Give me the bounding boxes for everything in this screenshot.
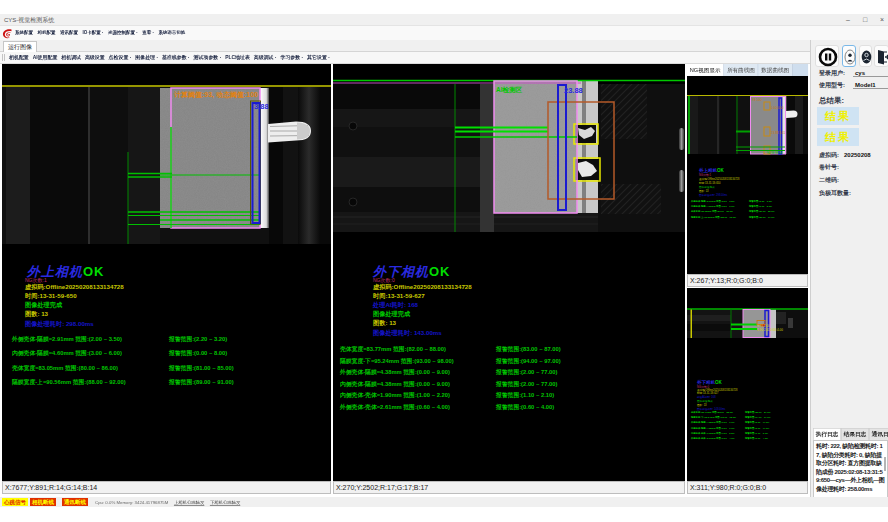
close-button[interactable]: × bbox=[875, 15, 888, 25]
user-badge-icon bbox=[861, 47, 872, 67]
model-label: 使用型号: bbox=[819, 81, 845, 89]
center-camera-image: AI检测区 23.88 外下相机OK NG次数:0 虚拟码:Offline202… bbox=[333, 64, 685, 481]
left-info-4: 图像处理耗时: 298.00ms bbox=[25, 320, 94, 328]
mini-top-image: 93:100 0.00 0.00 23.88 3.61 90.56 88.00 … bbox=[687, 76, 808, 274]
menu-item-1[interactable]: 相机配置 bbox=[38, 30, 56, 36]
toolbar-item-1[interactable]: AI使用配置 bbox=[33, 55, 58, 61]
pause-button[interactable] bbox=[815, 45, 839, 67]
view-tab-row: 运行图像 bbox=[0, 40, 888, 52]
result-box-1: 结果 bbox=[817, 107, 859, 125]
virtual-code-value: 20250208 bbox=[844, 151, 871, 159]
center-info-0: 虚拟码:Offline20250208133134728 bbox=[372, 283, 472, 291]
menu-item-6[interactable]: 系统语言切换 bbox=[159, 30, 186, 36]
menu-item-5[interactable]: 查看 · bbox=[142, 30, 154, 36]
mini-bottom-rows-left-1: 隔膜宽度-下=95.24mm 范围:(93.00 ~ 98.00) bbox=[691, 415, 736, 419]
toolbar-item-11[interactable]: 其它设置 · bbox=[307, 55, 330, 61]
login-user-field[interactable] bbox=[853, 69, 888, 77]
minimize-button[interactable]: – bbox=[841, 15, 855, 25]
left-rows-right-3: 报警范围:(89.00 ~ 91.00) bbox=[168, 378, 234, 386]
mini-top-info-1: 时间:13-31-59-650 bbox=[699, 181, 721, 185]
menu-item-0[interactable]: 系统配置 bbox=[15, 30, 33, 36]
log-panel[interactable]: 耗时: 222, 缺陷检测耗时: 17, 缺陷分类耗时: 0, 缺陷提取分区耗时… bbox=[813, 440, 888, 503]
center-measure-overlay-text: 23.88 bbox=[564, 86, 583, 95]
maximize-button[interactable]: □ bbox=[858, 15, 872, 25]
mini-view-tab-1[interactable]: 所有曲线图 bbox=[724, 64, 758, 76]
center-rows-right-2: 报警范围:(2.00 ~ 77.00) bbox=[495, 368, 557, 376]
title-bar: CYS-视觉检测系统 – □ × bbox=[0, 14, 888, 26]
mini-view-tab-2[interactable]: 数据曲线图 bbox=[758, 64, 792, 76]
menu-item-3[interactable]: IO卡配置 · bbox=[83, 30, 104, 36]
mini-top-ng: NG次数:1 bbox=[699, 173, 712, 177]
center-info-1: 时间:13-31-59-627 bbox=[373, 292, 425, 300]
left-rows-left-2: 壳体宽度=83.05mm 范围:(80.00 ~ 86.00) bbox=[12, 364, 118, 372]
left-camera-image: 计算阈值:93, 动态阈值:100 3.88 外上相机OK NG次数:1 虚拟码… bbox=[2, 64, 331, 481]
mini-top-rows-right-0: 报警范围:(2.20 ~ 3.20) bbox=[748, 199, 772, 203]
left-camera-panel[interactable]: 计算阈值:93, 动态阈值:100 3.88 外上相机OK NG次数:1 虚拟码… bbox=[2, 64, 331, 481]
log-tab-1[interactable]: 结果日志 bbox=[841, 428, 869, 440]
login-user-label: 登录用户: bbox=[819, 69, 845, 77]
mini-bottom-info-1: 时间:13-31-59-627 bbox=[697, 391, 719, 395]
pause-icon bbox=[817, 47, 839, 67]
mini-bottom-rows-left-0: 壳体宽度=83.77mm 范围:(82.00 ~ 88.00) bbox=[691, 410, 733, 414]
center-rows-left-5: 外侧壳体-壳体=2.61mm 范围:(0.60 ~ 4.00) bbox=[339, 403, 450, 411]
log-tab-0[interactable]: 执行日志 bbox=[813, 428, 841, 440]
tab-count-label: 负极耳数量: bbox=[819, 189, 851, 197]
mini-bottom-rows-right-4: 报警范围:(1.10 ~ 2.10) bbox=[744, 431, 768, 435]
toolbar-item-4[interactable]: 点检设置 · bbox=[109, 55, 132, 61]
mini-bottom-rows-right-1: 报警范围:(94.00 ~ 97.00) bbox=[744, 415, 771, 419]
threshold-overlay-text: 计算阈值:93, 动态阈值:100 bbox=[173, 91, 258, 99]
login-user-button[interactable] bbox=[842, 45, 856, 67]
left-info-2: 图像处理完成 bbox=[25, 301, 63, 309]
mini-bottom-rows-right-3: 报警范围:(2.00 ~ 77.00) bbox=[744, 426, 770, 430]
mini-top-rows-left-0: 外侧壳体-隔膜=2.91mm 范围:(2.00 ~ 3.50) bbox=[690, 199, 735, 203]
result-box-2: 结果 bbox=[817, 128, 859, 146]
left-rows-left-1: 内侧壳体-隔膜=4.60mm 范围:(3.00 ~ 6.00) bbox=[12, 349, 122, 357]
toolbar-item-7[interactable]: 测试项参数 · bbox=[194, 55, 222, 61]
up-camera-heartbeat-link[interactable]: 上相机心跳触发 bbox=[174, 500, 204, 504]
menu-item-4[interactable]: 光源控制配置 · bbox=[108, 30, 138, 36]
mini-bottom-rows-left-3: 内侧壳体-隔膜=4.38mm 范围:(0.00 ~ 9.00) bbox=[691, 426, 735, 430]
toolbar-item-5[interactable]: 图像处理 · bbox=[135, 55, 158, 61]
mini-bottom-measure-rows: 壳体宽度=83.77mm 范围:(82.00 ~ 88.00)报警范围:(83.… bbox=[690, 410, 771, 440]
mini-top-measure-rows: 外侧壳体-隔膜=2.91mm 范围:(2.00 ~ 3.50)报警范围:(2.2… bbox=[690, 199, 775, 219]
center-rows-right-1: 报警范围:(94.00 ~ 97.00) bbox=[495, 357, 561, 365]
down-camera-heartbeat-link[interactable]: 下相机心跳触发 bbox=[210, 500, 240, 504]
mini-top-rows-left-2: 壳体宽度=83.05mm 范围:(80.00 ~ 86.00) bbox=[691, 209, 733, 213]
exit-door-icon bbox=[876, 47, 888, 67]
log-scrollbar[interactable] bbox=[884, 457, 886, 471]
toolbar-item-6[interactable]: 基准线参数 · bbox=[162, 55, 190, 61]
toolbar-item-0[interactable]: 相机配置 bbox=[9, 55, 29, 61]
exit-button[interactable] bbox=[874, 45, 888, 67]
toolbar-item-2[interactable]: 相机调试 bbox=[61, 55, 81, 61]
right-sidebar: 登录用户: cys 使用型号: Model1 总结果: 结果 结果 虚拟码: 2… bbox=[810, 40, 888, 507]
user-badge-button[interactable] bbox=[859, 45, 872, 67]
mini-top-overlay-value3: 90.56 88.00 bbox=[767, 151, 783, 155]
toolbar-item-10[interactable]: 学习参数 · bbox=[280, 55, 303, 61]
user-outline-icon bbox=[844, 47, 856, 67]
center-rows-right-3: 报警范围:(2.00 ~ 77.00) bbox=[495, 380, 557, 388]
heartbeat-badge: 心跳信号 bbox=[2, 498, 28, 506]
toolbar-item-9[interactable]: 高级调试 · bbox=[254, 55, 277, 61]
mini-top-info-4: 图像处理耗时: 298.00ms bbox=[699, 193, 728, 197]
menu-item-2[interactable]: 通讯配置 bbox=[60, 30, 78, 36]
log-tab-2[interactable]: 通讯日志 bbox=[869, 428, 888, 440]
mini-view-tab-0[interactable]: NG视图显示 bbox=[687, 64, 724, 76]
mini-top-view[interactable]: 93:100 0.00 0.00 23.88 3.61 90.56 88.00 … bbox=[687, 76, 808, 274]
log-tabs: 执行日志结果日志通讯日志 bbox=[813, 428, 888, 440]
center-camera-panel[interactable]: AI检测区 23.88 外下相机OK NG次数:0 虚拟码:Offline202… bbox=[333, 64, 685, 481]
model-field[interactable] bbox=[853, 81, 888, 89]
center-rows-right-4: 报警范围:(1.10 ~ 2.10) bbox=[495, 391, 554, 399]
toolbar-item-8[interactable]: PLC地址表 bbox=[225, 55, 250, 61]
tab-run-image[interactable]: 运行图像 bbox=[3, 41, 37, 52]
status-bar: 心跳信号 相机断线 通讯断线 Cpu: 0.0% Memory: 3424.41… bbox=[0, 497, 888, 507]
mini-bottom-rows-left-4: 内侧壳体-壳体=1.90mm 范围:(1.00 ~ 2.20) bbox=[691, 431, 735, 435]
mini-bottom-view[interactable]: 4.38 2.00 1.90 2.61 0.60 4.00 外下相机OK NG次… bbox=[687, 288, 808, 481]
center-info-4: 图数: 13 bbox=[373, 319, 397, 327]
center-rows-left-1: 隔膜宽度-下=95.24mm 范围:(93.00 ~ 98.00) bbox=[340, 357, 454, 365]
toolbar: 相机配置AI使用配置相机调试高级设置点检设置 ·图像处理 ·基准线参数 ·测试项… bbox=[0, 52, 888, 64]
toolbar-item-3[interactable]: 高级设置 bbox=[85, 55, 105, 61]
toolbar-grip bbox=[2, 54, 5, 61]
mini-bottom-info-lines: 虚拟码:Offline20250208133134728时间:13-31-59-… bbox=[697, 388, 738, 412]
left-rows-right-2: 报警范围:(81.00 ~ 85.00) bbox=[168, 364, 234, 372]
qrcode-label: 二维码: bbox=[819, 176, 839, 184]
